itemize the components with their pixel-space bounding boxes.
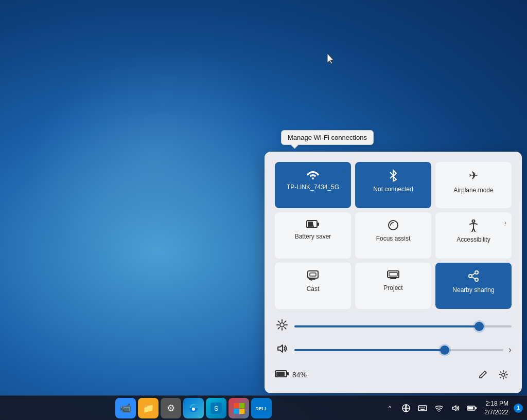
- svg-rect-42: [468, 407, 473, 409]
- tray-battery-icon[interactable]: [465, 398, 479, 418]
- svg-point-0: [312, 177, 314, 179]
- tile-focus-assist[interactable]: Focus assist: [355, 212, 431, 259]
- notification-badge[interactable]: 1: [514, 404, 523, 413]
- svg-rect-37: [421, 407, 423, 408]
- cursor: [325, 52, 336, 65]
- airplane-icon: ✈: [469, 169, 478, 182]
- volume-slider-row: ›: [275, 343, 512, 356]
- svg-point-4: [472, 220, 475, 223]
- svg-point-40: [438, 411, 440, 412]
- battery-info: 84%: [275, 370, 307, 380]
- svg-rect-31: [239, 409, 244, 414]
- taskbar-clock[interactable]: 2:18 PM 2/7/2022: [482, 399, 511, 417]
- tile-cast[interactable]: Cast: [275, 263, 351, 309]
- battery-percent: 84%: [292, 371, 307, 379]
- svg-line-19: [285, 327, 286, 328]
- svg-point-25: [502, 373, 505, 376]
- volume-icon: [275, 343, 289, 356]
- taskbar-right: ^: [378, 398, 527, 418]
- tile-battery-saver[interactable]: Battery saver: [275, 212, 351, 259]
- quick-settings-panel: Manage Wi-Fi connections › TP-LINK_7434_…: [265, 152, 522, 393]
- focus-assist-label: Focus assist: [376, 235, 411, 242]
- taskbar-app-edge[interactable]: [183, 398, 204, 418]
- tray-wifi-icon[interactable]: [432, 398, 446, 418]
- bottom-bar: 84%: [275, 367, 512, 383]
- brightness-fill: [294, 325, 479, 327]
- clock-time: 2:18 PM: [485, 399, 508, 408]
- svg-point-13: [280, 323, 284, 327]
- svg-rect-6: [310, 273, 316, 276]
- svg-rect-35: [418, 406, 427, 411]
- brightness-track: [294, 325, 512, 327]
- tile-accessibility[interactable]: › Accessibility: [435, 212, 512, 259]
- bluetooth-icon: [389, 169, 398, 181]
- accessibility-chevron-icon: ›: [504, 220, 506, 226]
- taskbar-app-dell[interactable]: DELL: [251, 398, 272, 418]
- svg-point-11: [469, 275, 472, 278]
- edit-button[interactable]: [475, 367, 491, 383]
- nearby-sharing-label: Nearby sharing: [452, 286, 494, 294]
- taskbar-app-store2[interactable]: [229, 398, 249, 418]
- taskbar-app-settings[interactable]: ⚙: [161, 398, 181, 418]
- wifi-tooltip: Manage Wi-Fi connections: [281, 130, 374, 145]
- volume-track: [294, 349, 503, 351]
- airplane-label: Airplane mode: [453, 187, 493, 194]
- wifi-chevron-icon: ›: [344, 169, 346, 175]
- desktop: Manage Wi-Fi connections › TP-LINK_7434_…: [0, 0, 527, 420]
- notification-count: 1: [517, 405, 520, 411]
- tray-chevron[interactable]: ^: [382, 398, 397, 418]
- taskbar-app-store1[interactable]: S: [206, 398, 226, 418]
- brightness-icon: [275, 319, 289, 333]
- taskbar-center: 📹 📁 ⚙ S: [8, 398, 378, 418]
- svg-rect-5: [308, 271, 318, 278]
- svg-text:DELL: DELL: [256, 406, 267, 411]
- brightness-slider-row: [275, 319, 512, 333]
- battery-saver-icon: [306, 220, 320, 229]
- volume-slider[interactable]: [294, 349, 503, 351]
- battery-saver-label: Battery saver: [295, 233, 331, 240]
- tile-wifi[interactable]: › TP-LINK_7434_5G: [275, 162, 351, 208]
- tile-airplane[interactable]: ✈ Airplane mode: [435, 162, 512, 208]
- cast-label: Cast: [307, 285, 320, 293]
- battery-icon: [275, 370, 289, 380]
- taskbar: 📹 📁 ⚙ S: [0, 395, 527, 420]
- clock-date: 2/7/2022: [484, 408, 508, 417]
- svg-point-12: [475, 278, 478, 281]
- settings-button[interactable]: [495, 367, 512, 383]
- tiles-grid: › TP-LINK_7434_5G: [275, 162, 512, 309]
- cast-icon: [307, 270, 319, 281]
- svg-rect-3: [317, 223, 319, 226]
- project-label: Project: [383, 284, 402, 291]
- tray-globe-icon[interactable]: [399, 398, 413, 418]
- tile-project[interactable]: Project: [355, 263, 431, 309]
- svg-point-10: [475, 271, 478, 274]
- bottom-actions: [475, 367, 512, 383]
- svg-rect-38: [424, 407, 425, 408]
- tooltip-text: Manage Wi-Fi connections: [288, 134, 367, 141]
- bluetooth-label: Not connected: [373, 186, 413, 193]
- svg-rect-36: [419, 407, 420, 408]
- svg-line-21: [278, 327, 279, 328]
- sliders-section: ›: [275, 319, 512, 356]
- accessibility-icon: [468, 220, 479, 232]
- project-icon: [387, 270, 400, 280]
- svg-rect-43: [475, 407, 477, 409]
- taskbar-app-files[interactable]: 📁: [138, 398, 159, 418]
- taskbar-app-zoom[interactable]: 📹: [115, 398, 136, 418]
- volume-expand-icon[interactable]: ›: [508, 344, 512, 355]
- brightness-slider[interactable]: [294, 325, 512, 327]
- svg-line-20: [285, 321, 286, 322]
- volume-thumb[interactable]: [440, 345, 449, 355]
- svg-text:S: S: [214, 405, 218, 412]
- svg-rect-24: [287, 372, 289, 375]
- tray-keyboard-icon[interactable]: [415, 398, 430, 418]
- svg-rect-9: [389, 272, 397, 276]
- svg-rect-29: [239, 403, 244, 408]
- brightness-thumb[interactable]: [475, 322, 484, 331]
- tile-bluetooth[interactable]: Not connected: [355, 162, 431, 208]
- svg-rect-23: [276, 372, 285, 376]
- svg-rect-30: [234, 409, 239, 414]
- tile-nearby-sharing[interactable]: Nearby sharing: [435, 263, 512, 309]
- accessibility-label: Accessibility: [456, 236, 490, 243]
- tray-volume-icon[interactable]: [448, 398, 463, 418]
